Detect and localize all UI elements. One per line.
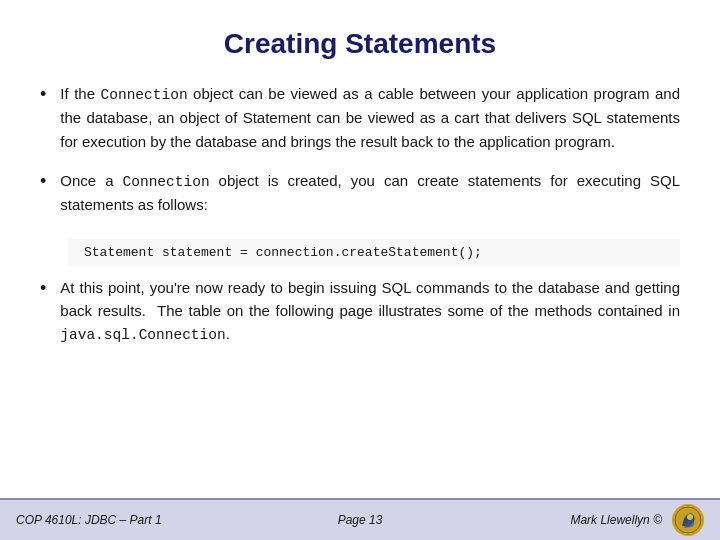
code-block: Statement statement = connection.createS… — [68, 239, 680, 266]
slide-footer: COP 4610L: JDBC – Part 1 Page 13 Mark Ll… — [0, 498, 720, 540]
bullet-2-section: • Once a Connection object is created, y… — [40, 169, 680, 217]
bullet-1-marker: • — [40, 84, 46, 105]
bullet-3-section: • At this point, you're now ready to beg… — [40, 276, 680, 347]
java-sql-mono: java.sql.Connection — [60, 327, 225, 343]
slide: Creating Statements • If the Connection … — [0, 0, 720, 540]
bullet-3-text: At this point, you're now ready to begin… — [60, 276, 680, 347]
footer-center: Page 13 — [245, 513, 474, 527]
bullet-3-marker: • — [40, 278, 46, 299]
bullet-2-text: Once a Connection object is created, you… — [60, 169, 680, 217]
slide-title: Creating Statements — [40, 28, 680, 60]
footer-right-text: Mark Llewellyn © — [570, 513, 662, 527]
svg-point-1 — [687, 514, 693, 520]
logo-icon — [672, 504, 704, 536]
bullet-2-marker: • — [40, 171, 46, 192]
connection-mono-1: Connection — [101, 87, 188, 103]
footer-left: COP 4610L: JDBC – Part 1 — [16, 513, 245, 527]
slide-content: Creating Statements • If the Connection … — [0, 0, 720, 498]
footer-right: Mark Llewellyn © — [475, 504, 704, 536]
bullet-1-section: • If the Connection object can be viewed… — [40, 82, 680, 153]
logo-svg — [674, 506, 702, 534]
bullet-1-text: If the Connection object can be viewed a… — [60, 82, 680, 153]
connection-mono-2: Connection — [123, 174, 210, 190]
